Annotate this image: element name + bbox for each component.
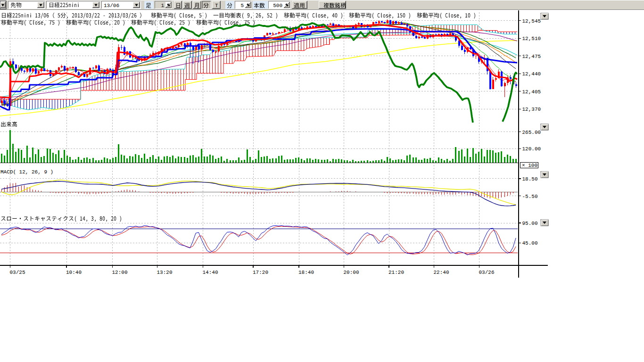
svg-text:T: T: [215, 3, 218, 8]
svg-text:18.50: 18.50: [522, 176, 538, 182]
svg-text:-5.50: -5.50: [522, 194, 538, 199]
svg-text:13/06: 13/06: [104, 3, 119, 8]
svg-text:13:20: 13:20: [157, 270, 173, 275]
svg-text:12,510: 12,510: [522, 36, 541, 41]
svg-text:10:40: 10:40: [66, 270, 82, 275]
svg-text:18:40: 18:40: [298, 270, 314, 275]
svg-text:120.00: 120.00: [522, 146, 541, 152]
svg-text:12,405: 12,405: [522, 89, 541, 95]
svg-text:95.00: 95.00: [522, 221, 538, 226]
svg-text:45.00: 45.00: [522, 240, 538, 246]
svg-text:× 100: × 100: [522, 163, 537, 168]
svg-text:265.00: 265.00: [522, 130, 541, 135]
svg-text:1: 1: [161, 3, 164, 8]
svg-text:17:20: 17:20: [253, 270, 268, 275]
svg-text:22:40: 22:40: [434, 270, 449, 275]
svg-text:12:00: 12:00: [112, 270, 128, 275]
svg-text:MACD( 12, 26, 9 ): MACD( 12, 26, 9 ): [0, 169, 53, 175]
svg-text:03/25: 03/25: [10, 270, 25, 275]
svg-text:12,545: 12,545: [522, 18, 541, 24]
svg-text:12,370: 12,370: [522, 107, 541, 112]
svg-text:14:40: 14:40: [203, 270, 218, 275]
svg-text:12,440: 12,440: [522, 71, 541, 77]
svg-text:20:00: 20:00: [344, 270, 359, 275]
svg-text:21:20: 21:20: [388, 270, 404, 275]
svg-text:5: 5: [240, 3, 244, 8]
svg-text:500: 500: [273, 3, 282, 8]
svg-text:12,475: 12,475: [522, 54, 541, 59]
svg-text:03/26: 03/26: [479, 270, 495, 275]
